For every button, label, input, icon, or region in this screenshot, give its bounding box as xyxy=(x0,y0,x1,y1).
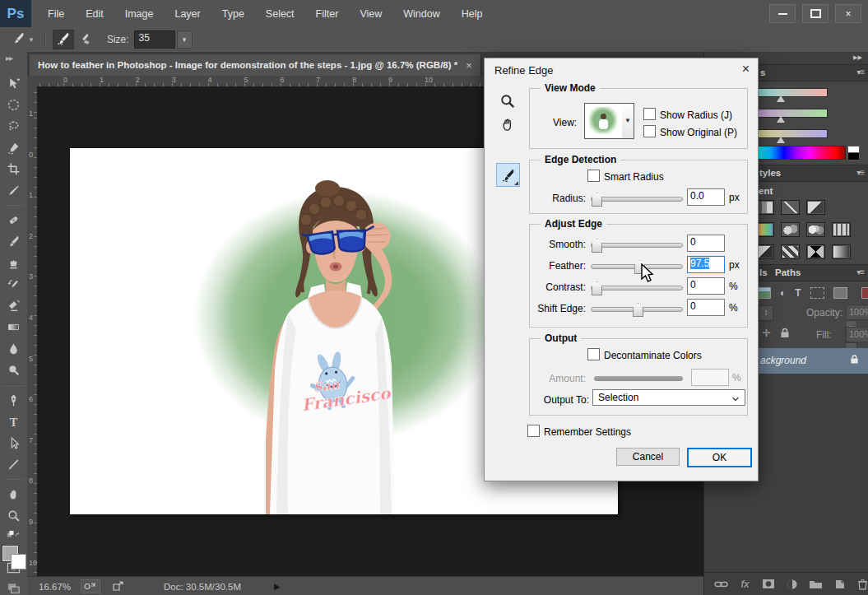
refine-radius-tool-button[interactable] xyxy=(496,163,520,187)
menu-filter[interactable]: Filter xyxy=(316,8,339,20)
path-selection-tool[interactable] xyxy=(7,436,21,450)
menu-image[interactable]: Image xyxy=(125,8,154,20)
document-size-info[interactable]: Doc: 30.5M/30.5M xyxy=(164,582,241,592)
remember-settings-checkbox[interactable] xyxy=(527,425,540,437)
color-slider-gradient[interactable] xyxy=(757,129,828,138)
show-radius-checkbox[interactable] xyxy=(643,108,656,120)
spot-healing-tool[interactable] xyxy=(7,213,21,227)
lasso-tool[interactable] xyxy=(7,119,21,133)
new-adjustment-layer-icon[interactable] xyxy=(786,578,798,591)
filter-type-layers-icon[interactable]: T xyxy=(795,287,801,299)
tab-channels-fragment[interactable]: ls xyxy=(759,267,768,277)
hand-tool[interactable] xyxy=(7,487,21,501)
type-tool[interactable]: T xyxy=(7,415,21,429)
move-tool[interactable] xyxy=(7,77,21,91)
exposure-adjustment-icon[interactable] xyxy=(806,200,825,215)
clone-stamp-tool[interactable] xyxy=(7,256,21,270)
slider-thumb[interactable] xyxy=(633,303,643,317)
output-to-select[interactable]: Selection xyxy=(592,389,745,406)
menu-window[interactable]: Window xyxy=(403,8,439,20)
color-slider-thumb[interactable] xyxy=(777,95,785,102)
slider-thumb[interactable] xyxy=(592,281,602,295)
eraser-tool[interactable] xyxy=(7,299,21,313)
tab-swatches-fragment[interactable]: s xyxy=(760,67,765,77)
slider-track[interactable] xyxy=(591,264,683,269)
layer-style-fx-icon[interactable]: fx xyxy=(739,578,751,591)
filter-adjustment-layers-icon[interactable]: ◐ xyxy=(780,287,786,299)
panel-menu-icon[interactable]: ▾≡ xyxy=(856,168,864,177)
delete-layer-icon[interactable] xyxy=(856,578,868,591)
radius-slider-thumb[interactable] xyxy=(592,193,602,207)
radius-slider-track[interactable] xyxy=(591,197,683,202)
slider-value-field[interactable]: 0 xyxy=(687,299,725,316)
channel-mixer-adjustment-icon[interactable] xyxy=(832,222,851,237)
document-tab[interactable]: How to feather in Photoshop - Image for … xyxy=(30,54,481,76)
lock-all-icon[interactable] xyxy=(780,328,790,341)
color-slider-thumb[interactable] xyxy=(777,137,785,143)
menu-layer[interactable]: Layer xyxy=(174,8,200,20)
black-swatch[interactable] xyxy=(847,152,860,160)
toolbar-collapse-button[interactable]: ▸▸ xyxy=(0,53,12,63)
pen-tool[interactable] xyxy=(7,393,21,407)
decontaminate-colors-checkbox[interactable] xyxy=(587,348,600,360)
zoom-tool-icon[interactable] xyxy=(499,93,516,112)
tool-preset-picker[interactable]: ▼ xyxy=(8,30,38,49)
color-slider-gradient[interactable] xyxy=(757,109,828,118)
close-button[interactable]: × xyxy=(835,4,861,23)
maximize-button[interactable] xyxy=(802,4,829,23)
view-mode-dropdown-arrow[interactable]: ▼ xyxy=(622,103,634,139)
slider-track[interactable] xyxy=(591,243,683,248)
filter-smart-objects-icon[interactable] xyxy=(833,287,847,299)
ok-button[interactable]: OK xyxy=(687,448,752,467)
erase-refinements-tool-button[interactable] xyxy=(74,30,95,49)
new-layer-icon[interactable] xyxy=(833,578,846,591)
dialog-close-icon[interactable]: × xyxy=(742,62,750,77)
color-slider-gradient[interactable] xyxy=(757,88,828,97)
line-tool[interactable] xyxy=(7,458,21,472)
black-white-adjustment-icon[interactable] xyxy=(806,222,825,237)
menu-edit[interactable]: Edit xyxy=(86,8,104,20)
tab-styles-fragment[interactable]: tyles xyxy=(759,168,781,178)
curves-adjustment-icon[interactable] xyxy=(781,200,800,215)
tab-close-icon[interactable]: × xyxy=(466,59,472,72)
panel-menu-icon[interactable]: ▾≡ xyxy=(856,267,864,277)
blur-tool[interactable] xyxy=(7,342,21,356)
status-expand-arrow[interactable]: ▶ xyxy=(274,582,281,591)
dodge-tool[interactable] xyxy=(7,363,21,377)
tab-paths[interactable]: Paths xyxy=(775,267,801,277)
color-slider-thumb[interactable] xyxy=(777,116,785,123)
new-group-icon[interactable] xyxy=(809,578,823,591)
minimize-button[interactable] xyxy=(769,4,796,23)
screen-mode-button[interactable] xyxy=(7,582,21,595)
menu-help[interactable]: Help xyxy=(462,8,483,20)
marquee-tool[interactable] xyxy=(7,98,21,112)
slider-value-field[interactable]: 0 xyxy=(687,235,725,252)
background-color-swatch[interactable] xyxy=(11,554,26,569)
smart-radius-checkbox[interactable] xyxy=(587,170,600,182)
slider-value-field[interactable]: 97.5 xyxy=(687,256,725,273)
radius-value-field[interactable]: 0.0 xyxy=(687,188,725,206)
brush-tool[interactable] xyxy=(7,235,21,249)
lock-position-icon[interactable]: ✛ xyxy=(762,327,771,339)
menu-select[interactable]: Select xyxy=(266,8,295,20)
dock-collapse-button[interactable]: ▸▸ xyxy=(853,52,862,63)
quick-selection-tool[interactable] xyxy=(7,141,21,155)
history-brush-tool[interactable] xyxy=(7,277,21,291)
posterize-adjustment-icon[interactable] xyxy=(781,244,800,259)
color-spectrum-ramp[interactable] xyxy=(757,146,846,160)
filter-pixel-layers-icon[interactable] xyxy=(757,287,771,299)
eyedropper-tool[interactable] xyxy=(7,184,21,198)
share-icon[interactable] xyxy=(110,580,126,593)
slider-thumb[interactable] xyxy=(592,239,602,253)
hand-tool-icon[interactable] xyxy=(499,116,516,135)
view-mode-thumbnail[interactable] xyxy=(584,103,624,139)
color-swatches[interactable] xyxy=(2,546,26,554)
menu-file[interactable]: File xyxy=(48,8,64,20)
menu-type[interactable]: Type xyxy=(222,8,244,20)
filter-toggle[interactable] xyxy=(861,287,868,299)
menu-view[interactable]: View xyxy=(360,8,382,20)
slider-value-field[interactable]: 0 xyxy=(687,277,725,295)
show-original-checkbox[interactable] xyxy=(643,125,656,137)
blend-mode-spinner[interactable]: ↕ xyxy=(759,305,773,321)
add-layer-mask-icon[interactable] xyxy=(762,578,775,591)
